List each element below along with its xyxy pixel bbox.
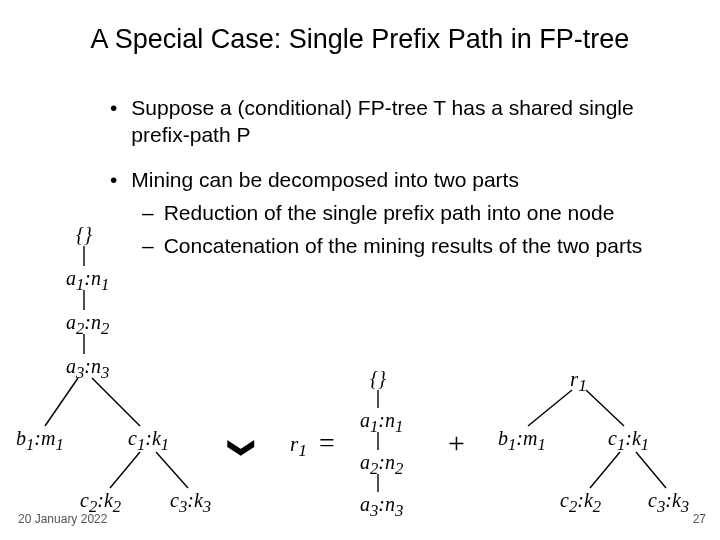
svg-line-13 (636, 452, 666, 488)
right-tree-edges (0, 0, 720, 540)
svg-line-12 (590, 452, 620, 488)
svg-line-10 (528, 390, 572, 426)
footer-date: 20 January 2022 (18, 512, 107, 526)
svg-line-11 (586, 390, 624, 426)
page-number: 27 (693, 512, 706, 526)
